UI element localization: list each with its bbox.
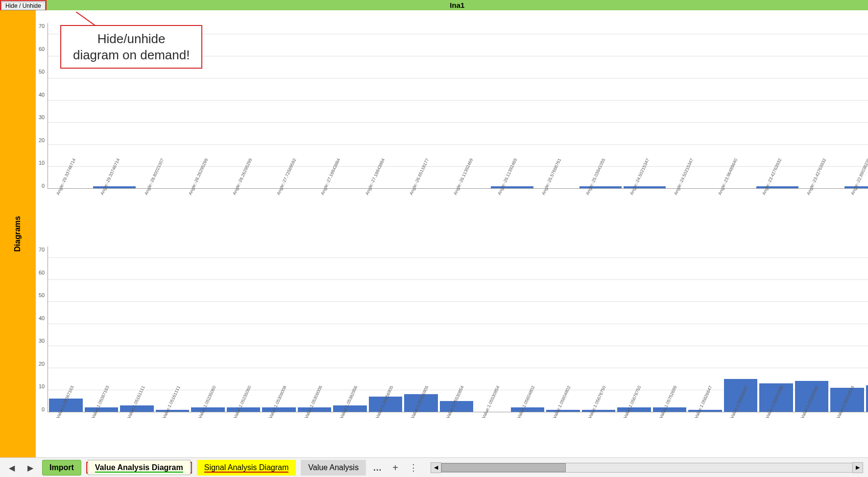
scroll-track[interactable] — [441, 463, 852, 473]
horizontal-scrollbar[interactable]: ◀ ▶ — [431, 462, 863, 473]
scroll-left-button[interactable]: ◀ — [431, 462, 441, 473]
callout-text: Hide/unhidediagram on demand! — [73, 31, 190, 62]
y-axis-value: 706050403020100 — [39, 247, 48, 412]
tab-nav-prev[interactable]: ◀ — [5, 462, 19, 474]
scroll-thumb[interactable] — [441, 463, 566, 472]
tab-value-analysis[interactable]: Value Analysis — [301, 460, 366, 476]
scroll-right-button[interactable]: ▶ — [852, 462, 863, 473]
new-sheet-button[interactable]: + — [388, 462, 402, 474]
chart-title-angle: Angle — [36, 10, 868, 21]
x-labels-value: Value:1.05087163Value:1.05087163Value:1.… — [36, 413, 868, 457]
sidebar-label: Diagrams — [13, 216, 22, 252]
sheet-menu-icon[interactable]: ⋮ — [407, 462, 421, 473]
sidebar: Diagrams — [0, 10, 36, 457]
header-title: Ina1 — [47, 0, 868, 10]
x-labels-angle: Angle:-29.33746714Angle:-29.33746714Angl… — [36, 190, 868, 234]
hide-unhide-button[interactable]: Hide / Unhide — [1, 1, 46, 10]
callout-box: Hide/unhidediagram on demand! — [60, 25, 202, 69]
tab-value-analysis-diagram[interactable]: Value Analysis Diagram — [88, 460, 191, 475]
chart-column: Angle 706050403020100 Angle:-29.33746714… — [36, 10, 868, 457]
tab-import[interactable]: Import — [42, 460, 81, 476]
tab-signal-analysis-diagram[interactable]: Signal Analysis Diagram — [197, 460, 296, 476]
chart-title-value: Value — [36, 234, 868, 245]
y-axis-angle: 706050403020100 — [39, 23, 48, 189]
tab-nav-next[interactable]: ▶ — [24, 462, 37, 474]
chart-value: Value 706050403020100 Value:1.05087163Va… — [36, 234, 868, 457]
tab-overflow-icon[interactable]: … — [371, 463, 384, 473]
sheet-tab-bar: ◀ ▶ Import Value Analysis Diagram Signal… — [0, 457, 868, 477]
